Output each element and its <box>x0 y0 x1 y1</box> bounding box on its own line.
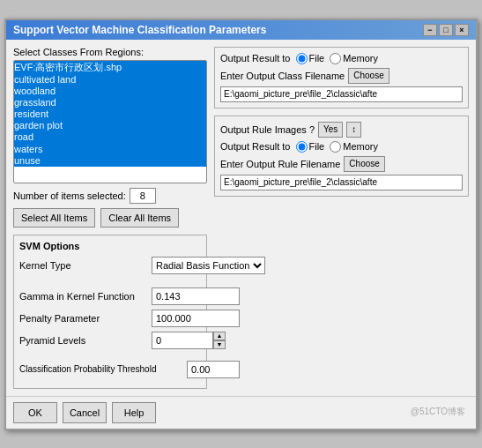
main-content: Select Classes From Regions: EVF:高密市行政区划… <box>6 40 476 396</box>
yes-button[interactable]: Yes <box>318 122 343 138</box>
rule-output-result-row: Output Result to File Memory <box>220 141 463 153</box>
memory-radio-label[interactable]: Memory <box>330 53 378 64</box>
close-button[interactable]: × <box>455 24 469 36</box>
list-item[interactable]: cultivated land <box>14 74 206 86</box>
penalty-row: Penalty Parameter <box>19 310 201 327</box>
arrows-button[interactable]: ↕ <box>346 122 361 138</box>
kernel-type-label: Kernel Type <box>19 260 152 271</box>
output-class-label: Enter Output Class Filename <box>220 71 345 81</box>
output-class-row: Enter Output Class Filename Choose <box>220 68 463 84</box>
memory-radio[interactable] <box>330 53 341 64</box>
file-radio[interactable] <box>296 53 308 64</box>
choose-rule-file-button[interactable]: Choose <box>344 156 384 172</box>
main-window: Support Vector Machine Classification Pa… <box>4 19 478 430</box>
watermark: @51CTO博客 <box>411 406 465 418</box>
title-bar-buttons: − □ × <box>423 24 469 36</box>
output-result-row: Output Result to File Memory <box>220 53 463 64</box>
rule-filename-label: Enter Output Rule Filename <box>220 159 340 169</box>
output-rule-filename-input[interactable] <box>220 175 463 190</box>
bottom-bar: OK Cancel Help <box>6 396 476 429</box>
minimize-button[interactable]: − <box>423 24 437 36</box>
maximize-button[interactable]: □ <box>439 24 453 36</box>
rule-file-radio-label[interactable]: File <box>296 141 325 153</box>
title-bar: Support Vector Machine Classification Pa… <box>6 20 476 40</box>
left-panel: Select Classes From Regions: EVF:高密市行政区划… <box>13 47 207 389</box>
clear-all-button[interactable]: Clear All Items <box>100 208 179 228</box>
svm-options-section: SVM Options Kernel Type Radial Basis Fun… <box>13 235 207 389</box>
rule-file-radio-text: File <box>309 141 325 152</box>
output-rule-label: Output Rule Images ? <box>220 124 315 135</box>
filename-display-row <box>220 86 463 102</box>
rule-memory-radio[interactable] <box>330 141 341 153</box>
classification-row: Classification Probability Threshold <box>19 361 201 378</box>
pyramid-row: Pyramid Levels ▲ ▼ <box>19 332 201 349</box>
gamma-row: Gamma in Kernel Function <box>19 287 201 305</box>
count-row: Number of items selected: <box>13 188 207 204</box>
count-input[interactable] <box>130 188 156 204</box>
rule-file-radio[interactable] <box>296 141 308 153</box>
rule-filename-row: Enter Output Rule Filename Choose <box>220 156 463 172</box>
rule-memory-radio-text: Memory <box>343 141 378 152</box>
rule-memory-radio-label[interactable]: Memory <box>330 141 378 153</box>
list-item[interactable]: road <box>14 131 206 143</box>
cancel-button[interactable]: Cancel <box>63 402 107 423</box>
right-panel: Output Result to File Memory Enter Outpu… <box>214 47 469 389</box>
svm-section-title: SVM Options <box>19 241 201 251</box>
output-rule-group: Output Rule Images ? Yes ↕ Output Result… <box>214 116 469 197</box>
rule-filename-display <box>220 175 463 190</box>
file-radio-label[interactable]: File <box>296 53 325 64</box>
ok-button[interactable]: OK <box>13 402 57 423</box>
list-item[interactable]: woodland <box>14 86 206 97</box>
pyramid-input[interactable] <box>152 332 213 349</box>
rule-images-row: Output Rule Images ? Yes ↕ <box>220 122 463 138</box>
classes-list[interactable]: EVF:高密市行政区划.shp cultivated land woodland… <box>13 60 207 183</box>
list-item[interactable]: waters <box>14 144 206 155</box>
list-item[interactable]: EVF:高密市行政区划.shp <box>14 61 206 74</box>
file-radio-text: File <box>309 53 325 63</box>
list-item[interactable]: resident <box>14 108 206 120</box>
select-all-button[interactable]: Select All Items <box>13 208 95 228</box>
list-item[interactable]: grassland <box>14 97 206 108</box>
pyramid-label: Pyramid Levels <box>19 335 152 346</box>
kernel-type-row: Kernel Type Radial Basis Function Linear… <box>19 257 201 274</box>
action-buttons: Select All Items Clear All Items <box>13 208 207 228</box>
list-item[interactable]: garden plot <box>14 120 206 131</box>
output-file-group: Output Result to File Memory Enter Outpu… <box>214 47 469 108</box>
penalty-label: Penalty Parameter <box>19 313 152 324</box>
list-item[interactable]: unuse <box>14 155 206 167</box>
output-class-filename-input[interactable] <box>220 86 463 102</box>
output-result-label: Output Result to <box>220 53 291 63</box>
classification-label: Classification Probability Threshold <box>19 364 187 374</box>
rule-output-result-label: Output Result to <box>220 141 291 152</box>
count-label: Number of items selected: <box>13 190 126 201</box>
window-title: Support Vector Machine Classification Pa… <box>13 24 266 36</box>
classes-label: Select Classes From Regions: <box>13 47 207 57</box>
help-button[interactable]: Help <box>112 402 156 423</box>
memory-radio-text: Memory <box>343 53 378 63</box>
gamma-label: Gamma in Kernel Function <box>19 291 152 302</box>
choose-class-file-button[interactable]: Choose <box>348 68 389 84</box>
